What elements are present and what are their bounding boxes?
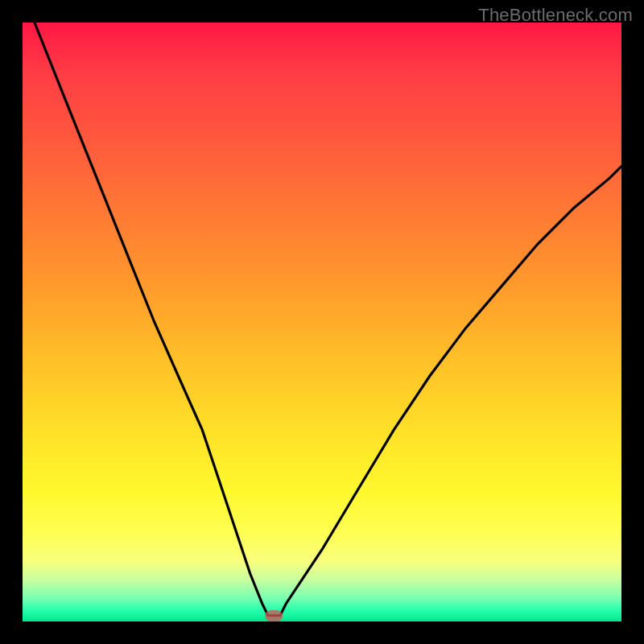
curve-svg	[23, 23, 621, 621]
optimum-marker	[265, 610, 283, 621]
bottleneck-curve-path	[35, 23, 621, 616]
chart-outer: TheBottleneck.com	[0, 0, 644, 644]
plot-area	[23, 23, 621, 621]
watermark-text: TheBottleneck.com	[478, 5, 633, 26]
